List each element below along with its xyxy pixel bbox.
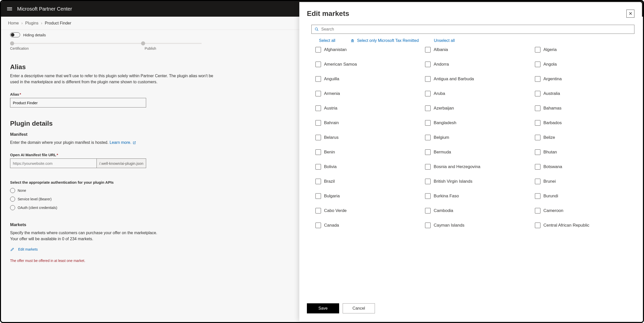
market-item[interactable]: Bahrain [315,120,415,126]
market-item[interactable]: Afghanistan [315,47,415,52]
pencil-icon [10,247,15,252]
market-item[interactable]: Cabo Verde [315,208,415,213]
market-item[interactable]: Angola [535,62,634,67]
market-item[interactable]: Canada [315,223,415,228]
market-item[interactable]: Bhutan [535,149,634,155]
bank-icon [350,39,355,43]
market-item[interactable]: Belgium [425,135,525,140]
checkbox-icon [535,149,540,155]
learn-more-link[interactable]: Learn more. [110,140,136,145]
hiding-details-toggle[interactable] [10,32,20,37]
market-label: Belgium [434,135,449,140]
market-label: Cayman Islands [434,223,464,228]
market-item[interactable]: Barbados [535,120,634,126]
checkbox-icon [425,135,431,140]
crumb-current: Product Finder [44,21,72,25]
market-item[interactable]: Belarus [315,135,415,140]
cancel-button[interactable]: Cancel [343,303,375,313]
markets-desc1: Specify the markets where customers can … [10,230,217,236]
market-item[interactable]: American Samoa [315,62,415,67]
market-item[interactable]: Cayman Islands [425,223,525,228]
market-label: Bolivia [324,164,337,169]
market-label: Afghanistan [324,47,347,52]
select-all-link[interactable]: Select all [319,38,335,43]
edit-markets-panel: Edit markets ✕ Select all Select only Mi… [299,2,642,321]
market-search[interactable] [311,25,634,34]
checkbox-icon [315,164,321,170]
market-item[interactable]: Argentina [535,76,634,82]
market-item[interactable]: Central African Republic [535,223,634,228]
market-label: Central African Republic [543,223,589,228]
checkbox-icon [425,149,431,155]
market-item[interactable]: Cambodia [425,208,525,213]
checkbox-icon [315,193,321,199]
checkbox-icon [535,105,540,111]
market-label: Anguilla [324,76,339,82]
checkbox-icon [535,223,540,228]
svg-point-2 [315,28,317,30]
market-item[interactable]: Anguilla [315,76,415,82]
checkbox-icon [535,193,540,199]
market-item[interactable]: Bangladesh [425,120,525,126]
checkbox-icon [315,135,321,140]
market-item[interactable]: Bosnia and Herzegovina [425,164,525,170]
svg-line-3 [317,30,318,31]
close-icon: ✕ [629,11,632,16]
markets-desc2: Your offer will be available in 0 of 234… [10,236,217,242]
market-item[interactable]: Cameroon [535,208,634,213]
publish-progress [10,43,202,44]
app-brand: Microsoft Partner Center [17,6,72,12]
checkbox-icon [315,179,321,184]
market-item[interactable]: Albania [425,47,525,52]
market-label: Antigua and Barbuda [434,76,474,82]
market-item[interactable]: Burundi [535,193,634,199]
close-button[interactable]: ✕ [626,10,634,18]
market-label: Burundi [543,194,558,199]
market-search-input[interactable] [321,27,631,32]
checkbox-icon [535,76,540,82]
market-item[interactable]: Botswana [535,164,634,170]
checkbox-icon [535,47,540,52]
hamburger-icon[interactable] [7,7,12,11]
market-item[interactable]: Andorra [425,62,525,67]
unselect-all-link[interactable]: Unselect all [434,38,455,43]
panel-title: Edit markets [307,10,349,18]
market-item[interactable]: Belize [535,135,634,140]
checkbox-icon [315,208,321,213]
market-label: Brunei [543,179,556,184]
market-item[interactable]: Azerbaijan [425,105,525,111]
market-label: Cameroon [543,208,563,213]
market-item[interactable]: Bermuda [425,149,525,155]
market-item[interactable]: Bulgaria [315,193,415,199]
checkbox-icon [315,105,321,111]
checkbox-icon [535,164,540,170]
market-item[interactable]: Bahamas [535,105,634,111]
market-item[interactable]: Austria [315,105,415,111]
alias-input[interactable] [10,98,146,107]
market-item[interactable]: Algeria [535,47,634,52]
crumb-home[interactable]: Home [7,21,20,25]
crumb-plugins[interactable]: Plugins [24,21,39,25]
hiding-details-label: Hiding details [23,33,46,37]
select-tax-remitted-link[interactable]: Select only Microsoft Tax Remitted [350,38,419,43]
market-item[interactable]: Brunei [535,179,634,184]
checkbox-icon [425,105,431,111]
checkbox-icon [425,179,431,184]
market-item[interactable]: Benin [315,149,415,155]
market-item[interactable]: British Virgin Islands [425,179,525,184]
market-item[interactable]: Antigua and Barbuda [425,76,525,82]
manifest-url-input[interactable] [10,158,96,168]
market-label: Barbados [543,120,562,125]
market-item[interactable]: Burkina Faso [425,193,525,199]
checkbox-icon [315,120,321,126]
market-label: Canada [324,223,339,228]
market-item[interactable]: Aruba [425,91,525,96]
progress-step-publish: Publish [145,46,156,50]
market-item[interactable]: Brazil [315,179,415,184]
market-item[interactable]: Armenia [315,91,415,96]
checkbox-icon [535,120,540,126]
market-item[interactable]: Bolivia [315,164,415,170]
market-label: Austria [324,106,337,111]
save-button[interactable]: Save [307,303,339,313]
market-item[interactable]: Australia [535,91,634,96]
